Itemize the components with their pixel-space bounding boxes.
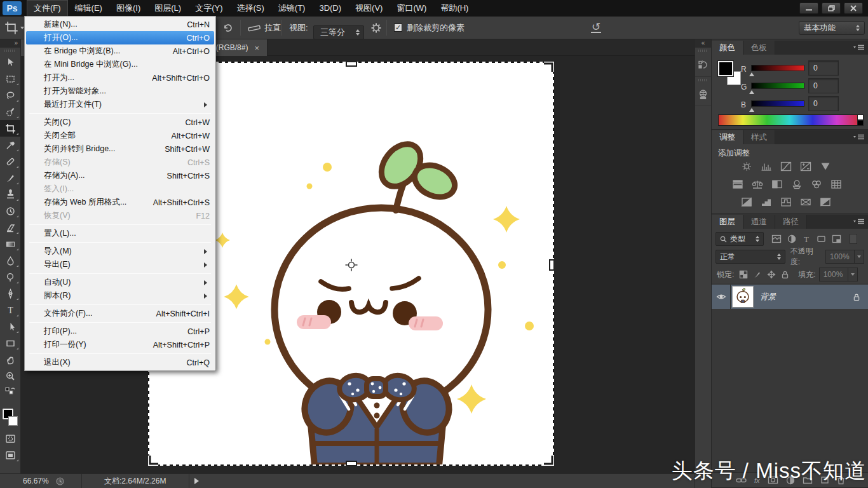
tab-layers[interactable]: 图层 <box>712 215 743 229</box>
menubar-window[interactable]: 窗口(W) <box>390 0 433 17</box>
menubar-filter[interactable]: 滤镜(T) <box>271 0 313 17</box>
filter-pixel-layers-icon[interactable] <box>771 234 782 243</box>
crop-tool[interactable] <box>0 120 20 137</box>
gradient-tool[interactable] <box>0 236 20 252</box>
blue-value-field[interactable]: 0 <box>808 96 839 111</box>
menu-item-exit[interactable]: 退出(X)Ctrl+Q <box>25 356 215 369</box>
scrubby-zoom-icon[interactable] <box>55 477 65 486</box>
filtering-toggle[interactable] <box>850 234 857 244</box>
tab-paths[interactable]: 路径 <box>775 215 807 229</box>
blur-tool[interactable] <box>0 252 20 269</box>
selective-color-icon[interactable] <box>818 196 832 207</box>
blue-slider[interactable] <box>751 100 804 107</box>
green-slider[interactable] <box>751 83 804 89</box>
lock-image-pixels-icon[interactable] <box>753 270 762 279</box>
menubar-type[interactable]: 文字(Y) <box>188 0 229 17</box>
move-tool[interactable] <box>0 54 20 71</box>
menubar-file[interactable]: 文件(F) <box>27 0 68 17</box>
spectrum-white-swatch[interactable] <box>857 114 864 120</box>
view-select[interactable]: 三等分 <box>313 25 364 39</box>
delete-cropped-pixels-option[interactable]: ✓ 删除裁剪的像素 <box>394 17 465 39</box>
menu-item-automate[interactable]: 自动(U) <box>25 276 215 289</box>
tab-adjustments[interactable]: 调整 <box>712 130 743 144</box>
layer-thumbnail[interactable] <box>732 286 754 308</box>
fill-value-field[interactable]: 100% <box>819 268 848 281</box>
history-panel-button[interactable] <box>695 54 711 77</box>
minimize-button[interactable] <box>799 3 818 14</box>
layer-visibility-toggle[interactable] <box>712 285 731 309</box>
properties-panel-button[interactable] <box>695 83 711 106</box>
reset-crop-button[interactable]: ↺ <box>591 17 601 39</box>
menubar-select[interactable]: 选择(S) <box>229 0 271 17</box>
eyedropper-tool[interactable] <box>0 137 20 153</box>
invert-icon[interactable] <box>740 196 754 207</box>
vibrance-icon[interactable] <box>818 161 832 172</box>
photo-filter-icon[interactable] <box>790 179 804 189</box>
crop-tool-preset[interactable] <box>4 17 24 39</box>
spectrum-black-swatch[interactable] <box>857 120 864 126</box>
filter-adjustment-layers-icon[interactable] <box>787 234 796 243</box>
menubar-3d[interactable]: 3D(D) <box>312 0 348 17</box>
workspace-switcher[interactable]: 基本功能 <box>799 21 865 35</box>
filter-shape-layers-icon[interactable] <box>817 234 826 243</box>
swap-colors-control[interactable] <box>0 384 20 397</box>
zoom-level-field[interactable]: 66.67% <box>23 477 49 485</box>
menu-item-browse-in-bridge[interactable]: 在 Bridge 中浏览(B)...Alt+Ctrl+O <box>25 44 215 58</box>
straighten-button[interactable]: 拉直 <box>248 17 281 39</box>
color-spectrum-ramp[interactable] <box>718 114 862 126</box>
filter-type-layers-icon[interactable]: T <box>802 234 811 243</box>
history-brush-tool[interactable] <box>0 203 20 219</box>
background-color-swatch[interactable] <box>8 416 18 426</box>
tools-collapse-header[interactable]: » <box>0 39 20 48</box>
screen-mode-button[interactable] <box>0 447 20 463</box>
menu-item-browse-in-mini-bridge[interactable]: 在 Mini Bridge 中浏览(G)... <box>25 58 215 71</box>
menu-item-scripts[interactable]: 脚本(R) <box>25 289 215 302</box>
brightness-contrast-icon[interactable] <box>740 161 754 172</box>
fill-dropdown-button[interactable] <box>848 268 858 281</box>
tab-close-icon[interactable]: × <box>253 44 261 52</box>
menu-item-close[interactable]: 关闭(C)Ctrl+W <box>25 116 215 129</box>
status-options-arrow[interactable] <box>194 478 202 484</box>
panel-menu-icon[interactable] <box>853 44 865 51</box>
tab-channels[interactable]: 通道 <box>743 215 775 229</box>
tab-color[interactable]: 颜色 <box>712 41 743 55</box>
curves-icon[interactable] <box>779 161 793 172</box>
menu-item-export[interactable]: 导出(E) <box>25 258 215 271</box>
layer-name[interactable]: 背景 <box>760 292 776 302</box>
menu-item-print-one-copy[interactable]: 打印一份(Y)Alt+Shift+Ctrl+P <box>25 338 215 351</box>
color-balance-icon[interactable] <box>750 179 764 189</box>
eraser-tool[interactable] <box>0 219 20 236</box>
menu-item-place[interactable]: 置入(L)... <box>25 227 215 240</box>
lock-all-icon[interactable] <box>781 270 789 279</box>
layer-row-background[interactable]: 背景 <box>712 285 868 309</box>
blend-mode-select[interactable]: 正常 <box>715 250 785 264</box>
opacity-value-field[interactable]: 100% <box>825 250 855 264</box>
tools-grip[interactable] <box>4 50 16 52</box>
restore-button[interactable] <box>822 3 841 14</box>
menu-item-new[interactable]: 新建(N)...Ctrl+N <box>25 18 215 31</box>
spot-healing-brush-tool[interactable] <box>0 153 20 170</box>
color-lookup-icon[interactable] <box>829 179 843 189</box>
delete-cropped-pixels-checkbox[interactable]: ✓ <box>394 24 402 32</box>
quick-mask-button[interactable] <box>0 430 20 447</box>
menubar-help[interactable]: 帮助(H) <box>433 0 475 17</box>
opacity-dropdown-button[interactable] <box>855 250 864 264</box>
threshold-icon[interactable] <box>779 196 793 207</box>
menu-item-print[interactable]: 打印(P)...Ctrl+P <box>25 325 215 338</box>
menu-item-open-recent[interactable]: 最近打开文件(T) <box>25 98 215 111</box>
menubar-image[interactable]: 图像(I) <box>109 0 147 17</box>
clone-stamp-tool[interactable] <box>0 186 20 203</box>
dodge-tool[interactable] <box>0 269 20 285</box>
hand-tool[interactable] <box>0 351 20 368</box>
filter-smart-objects-icon[interactable] <box>832 234 841 243</box>
lock-position-icon[interactable] <box>767 270 776 279</box>
quick-selection-tool[interactable] <box>0 104 20 120</box>
layer-filter-type-select[interactable]: 类型 <box>715 232 764 246</box>
menu-item-import[interactable]: 导入(M) <box>25 245 215 258</box>
menu-item-open[interactable]: 打开(O)...Ctrl+O <box>26 31 214 44</box>
tab-styles[interactable]: 样式 <box>743 130 775 144</box>
menubar-edit[interactable]: 编辑(E) <box>68 0 109 17</box>
levels-icon[interactable] <box>759 161 773 172</box>
gradient-map-icon[interactable] <box>799 196 813 207</box>
pen-tool[interactable] <box>0 285 20 302</box>
